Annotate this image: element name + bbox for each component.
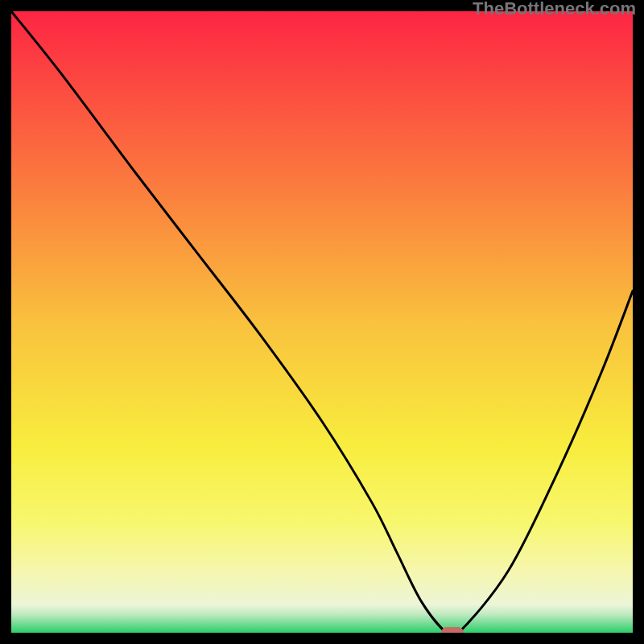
optimum-marker	[441, 627, 464, 633]
plot-area	[11, 11, 633, 633]
chart-container: TheBottleneck.com	[0, 0, 644, 644]
watermark-text: TheBottleneck.com	[473, 0, 636, 19]
curve-layer	[11, 11, 633, 633]
bottleneck-curve	[11, 11, 633, 633]
